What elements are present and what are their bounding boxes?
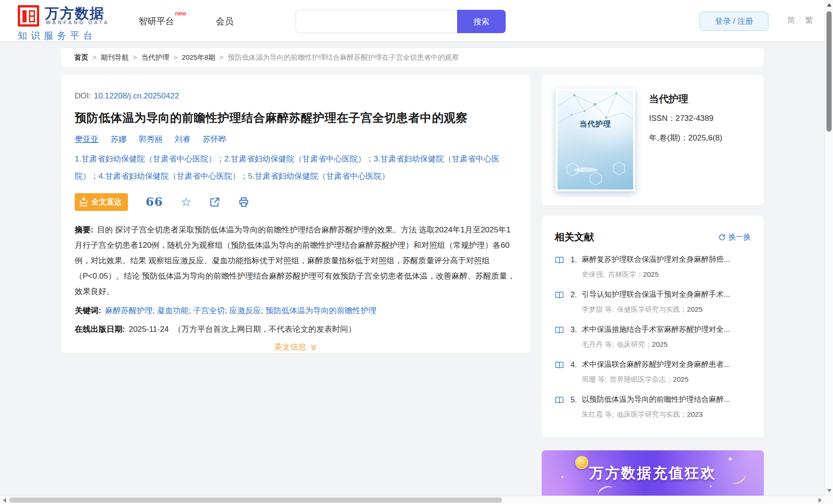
- fulltext-button[interactable]: free 全文直达: [75, 193, 128, 211]
- english-info-label: 英文信息: [275, 343, 306, 351]
- author-link[interactable]: 樊亚亚: [75, 135, 99, 144]
- doi-row: DOI:10.12208/j.cn.20250422: [75, 91, 517, 101]
- related-item-meta: 毛丹丹 等;临床研究；2025: [582, 340, 751, 349]
- cite-icon[interactable]: 66: [146, 197, 163, 207]
- action-bar: free 全文直达 66 ☆: [75, 193, 517, 211]
- journal-cover-title: 当代护理: [558, 119, 633, 129]
- vertical-scroll-thumb[interactable]: [826, 11, 832, 132]
- english-info-toggle[interactable]: 英文信息: [75, 342, 517, 352]
- related-item-title[interactable]: 引导认知护理联合保温干预对全身麻醉手术...: [582, 290, 730, 300]
- download-free-icon: free: [79, 196, 88, 208]
- related-item-meta: 朱红霞 等;临床医学研究与实践；2023: [582, 410, 751, 419]
- horizontal-scrollbar[interactable]: [0, 496, 833, 504]
- breadcrumb-current-article: 预防低体温为导向的前瞻性护理结合麻醉苏醒护理在子宫全切患者中的观察: [228, 53, 459, 61]
- keyword-link[interactable]: 麻醉苏醒护理: [105, 306, 157, 315]
- related-item-year: 2025: [673, 375, 688, 383]
- related-list: 1. 麻醉复苏护理联合保温护理对全身麻醉肺癌... 史保强;吉林医学；2025 …: [555, 255, 751, 430]
- abstract-label: 摘要:: [75, 225, 93, 234]
- journal-name[interactable]: 当代护理: [649, 92, 688, 105]
- issn-value: 2732-4389: [676, 114, 713, 123]
- nav-item-member[interactable]: 会员: [216, 15, 233, 28]
- scroll-up-arrow[interactable]: [827, 3, 832, 7]
- keywords-label: 关键词:: [75, 306, 101, 315]
- vertical-scrollbar[interactable]: [825, 0, 833, 496]
- related-item-authors: 毛丹丹 等;: [582, 340, 614, 348]
- article-title: 预防低体温为导向的前瞻性护理结合麻醉苏醒护理在子宫全切患者中的观察: [75, 110, 517, 126]
- horizontal-scroll-thumb[interactable]: [9, 497, 502, 503]
- refresh-icon: [718, 233, 726, 241]
- print-icon[interactable]: [238, 196, 249, 208]
- related-item: 3. 术中保温措施结合手术室麻醉苏醒护理对全... 毛丹丹 等;临床研究；202…: [555, 325, 751, 360]
- logo-subtitle: WANFANG DATA: [46, 20, 109, 25]
- keyword-link[interactable]: 凝血功能: [157, 306, 193, 315]
- related-item-authors: 史保强;: [582, 270, 605, 278]
- related-item-year: 2025: [652, 340, 667, 348]
- journal-volume: 年,卷(期)：2025,6(8): [649, 133, 722, 143]
- sparkle-icon: ✦: [709, 484, 713, 489]
- abstract: 摘要:目的 探讨子宫全切患者采取预防低体温为导向的前瞻性护理结合麻醉苏醒护理的效…: [75, 222, 517, 299]
- pubdate-value: 2025-11-24: [129, 325, 169, 334]
- related-item-number: 2.: [571, 291, 582, 299]
- related-item-source: 临床研究；: [617, 340, 652, 348]
- related-item-source: 吉林医学；: [608, 270, 643, 278]
- breadcrumb-issue[interactable]: 2025年8期: [182, 53, 227, 61]
- search-input[interactable]: [296, 10, 457, 33]
- wanfang-logo-icon: [18, 5, 39, 27]
- related-item-meta: 周珊 等;世界睡眠医学杂志；2025: [582, 375, 751, 384]
- volume-value: 2025,6(8): [688, 133, 722, 142]
- related-item-year: 2025: [687, 305, 702, 313]
- related-item-meta: 史保强;吉林医学；2025: [582, 270, 751, 279]
- breadcrumb: 首页期刊导航当代护理2025年8期预防低体温为导向的前瞻性护理结合麻醉苏醒护理在…: [61, 48, 764, 67]
- related-item-title[interactable]: 术中保温联合麻醉苏醒护理对全身麻醉患者...: [582, 360, 730, 370]
- abstract-text: 目的 探讨子宫全切患者采取预防低体温为导向的前瞻性护理结合麻醉苏醒护理的效果。方…: [75, 225, 515, 296]
- favorite-star-icon[interactable]: ☆: [181, 197, 191, 207]
- lang-traditional[interactable]: 繁: [805, 16, 813, 25]
- doi-link[interactable]: 10.12208/j.cn.20250422: [94, 91, 179, 100]
- scroll-down-arrow[interactable]: [827, 489, 832, 492]
- online-pubdate: 在线出版日期:2025-11-24（万方平台首次上网日期，不代表论文的发表时间）: [75, 324, 517, 335]
- pubdate-note: （万方平台首次上网日期，不代表论文的发表时间）: [173, 325, 356, 334]
- related-item-title[interactable]: 术中保温措施结合手术室麻醉苏醒护理对全...: [582, 325, 730, 335]
- new-badge: new: [175, 10, 186, 17]
- related-item: 2. 引导认知护理联合保温干预对全身麻醉手术... 李梦甜 等;保健医学研究与实…: [555, 290, 751, 325]
- article-card: DOI:10.12208/j.cn.20250422 预防低体温为导向的前瞻性护…: [61, 75, 530, 353]
- scroll-left-arrow[interactable]: [3, 498, 6, 503]
- breadcrumb-journal[interactable]: 当代护理: [141, 53, 182, 61]
- author-link[interactable]: 苏怀晔: [203, 135, 226, 144]
- related-item-number: 1.: [571, 256, 582, 264]
- related-item-source: 世界睡眠医学杂志；: [610, 375, 673, 383]
- related-title: 相关文献: [555, 231, 594, 244]
- author-list: 樊亚亚苏娜郭秀丽刘睿苏怀晔: [75, 134, 517, 145]
- breadcrumb-journal-nav[interactable]: 期刊导航: [101, 53, 141, 61]
- keyword-link[interactable]: 子宫全切: [193, 306, 229, 315]
- header: 万方数据 WANFANG DATA 知识服务平台 智研平台new 会员 搜索 登…: [0, 0, 833, 42]
- affiliations[interactable]: 1.甘肃省妇幼保健院（甘肃省中心医院）；2.甘肃省妇幼保健院（甘肃省中心医院）；…: [75, 150, 517, 185]
- share-icon[interactable]: [209, 196, 220, 208]
- login-register-button[interactable]: 登录 / 注册: [699, 12, 769, 31]
- related-item-number: 4.: [571, 361, 582, 369]
- related-item-title[interactable]: 以预防低体温为导向的前瞻性护理结合麻醉...: [582, 395, 730, 405]
- refresh-related-button[interactable]: 换一换: [718, 232, 751, 242]
- author-link[interactable]: 郭秀丽: [139, 135, 162, 144]
- keyword-link[interactable]: 应激反应: [229, 306, 265, 315]
- related-item: 4. 术中保温联合麻醉苏醒护理对全身麻醉患者... 周珊 等;世界睡眠医学杂志；…: [555, 360, 751, 395]
- author-link[interactable]: 刘睿: [175, 135, 191, 144]
- language-switch: 简繁: [787, 15, 813, 26]
- search-button[interactable]: 搜索: [457, 10, 506, 33]
- doi-label: DOI:: [75, 91, 91, 100]
- keyword-link[interactable]: 预防低体温为导向的前瞻性护理: [265, 306, 376, 315]
- related-item-number: 3.: [571, 326, 582, 334]
- related-item-meta: 李梦甜 等;保健医学研究与实践；2025: [582, 305, 751, 314]
- scroll-right-arrow[interactable]: [819, 498, 822, 503]
- nav-item-zhiyan-platform[interactable]: 智研平台new: [139, 15, 185, 28]
- breadcrumb-home[interactable]: 首页: [74, 53, 101, 61]
- book-icon: [555, 361, 564, 369]
- journal-cover[interactable]: 当代护理: [556, 89, 635, 191]
- related-item-title[interactable]: 麻醉复苏护理联合保温护理对全身麻醉肺癌...: [582, 255, 730, 265]
- author-link[interactable]: 苏娜: [111, 135, 127, 144]
- related-item-year: 2025: [643, 270, 658, 278]
- book-icon: [555, 396, 564, 404]
- issn-label: ISSN：: [649, 114, 676, 123]
- lang-simplified[interactable]: 简: [787, 16, 795, 25]
- volume-label: 年,卷(期)：: [649, 133, 688, 142]
